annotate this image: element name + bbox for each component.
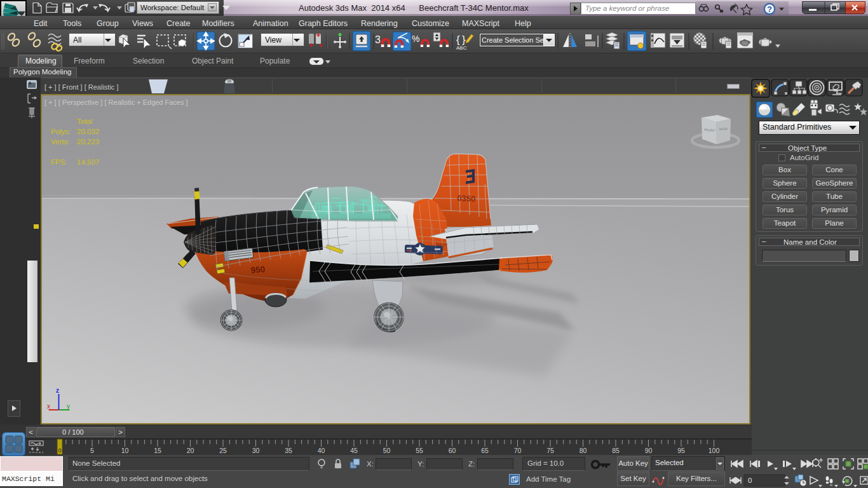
svg-text:20,032: 20,032 bbox=[77, 128, 99, 135]
svg-text:25: 25 bbox=[219, 447, 227, 454]
svg-text:5: 5 bbox=[90, 447, 94, 454]
svg-text:}: } bbox=[462, 34, 466, 46]
svg-text:70: 70 bbox=[514, 447, 522, 454]
svg-text:85: 85 bbox=[612, 447, 620, 454]
svg-text:Verts:: Verts: bbox=[51, 138, 69, 146]
svg-text:[ + ] [ Perspective ] [ Realis: [ + ] [ Perspective ] [ Realistic + Edge… bbox=[44, 98, 188, 106]
svg-text:90: 90 bbox=[645, 447, 653, 454]
svg-text:Total: Total bbox=[77, 118, 92, 125]
svg-text:30: 30 bbox=[252, 447, 260, 454]
svg-text:80: 80 bbox=[580, 447, 587, 454]
svg-text:40: 40 bbox=[318, 447, 325, 454]
svg-text:20: 20 bbox=[187, 447, 194, 454]
svg-text:95: 95 bbox=[677, 447, 685, 454]
svg-text:60: 60 bbox=[449, 447, 456, 454]
svg-text:65: 65 bbox=[481, 447, 489, 454]
svg-text:0: 0 bbox=[748, 477, 752, 484]
svg-text:15: 15 bbox=[154, 447, 161, 454]
svg-text:75: 75 bbox=[546, 447, 554, 454]
svg-text:z: z bbox=[56, 387, 59, 394]
svg-text:FPS:: FPS: bbox=[51, 158, 67, 166]
svg-text:Polys:: Polys: bbox=[51, 128, 71, 135]
svg-text:%: % bbox=[412, 34, 419, 44]
svg-text:55: 55 bbox=[416, 447, 423, 454]
svg-text:FRONT: FRONT bbox=[704, 128, 715, 132]
svg-text:y: y bbox=[67, 403, 70, 410]
svg-text:35: 35 bbox=[285, 447, 292, 454]
svg-text:100: 100 bbox=[709, 447, 720, 454]
svg-text:10: 10 bbox=[121, 447, 129, 454]
svg-text:BACK: BACK bbox=[719, 126, 729, 131]
svg-text:50: 50 bbox=[383, 447, 391, 454]
svg-text:45: 45 bbox=[350, 447, 358, 454]
svg-text:ABC: ABC bbox=[456, 45, 467, 51]
svg-text:3: 3 bbox=[375, 34, 381, 45]
svg-text:0350: 0350 bbox=[457, 193, 476, 203]
svg-text:?: ? bbox=[767, 5, 772, 14]
svg-text:{: { bbox=[456, 34, 460, 46]
svg-text:950: 950 bbox=[250, 264, 266, 275]
svg-text:20,223: 20,223 bbox=[77, 138, 99, 146]
svg-text:NAVY: NAVY bbox=[436, 242, 448, 247]
svg-text:14.507: 14.507 bbox=[77, 158, 99, 166]
svg-text:x: x bbox=[47, 403, 50, 410]
svg-text:0: 0 bbox=[58, 447, 61, 454]
